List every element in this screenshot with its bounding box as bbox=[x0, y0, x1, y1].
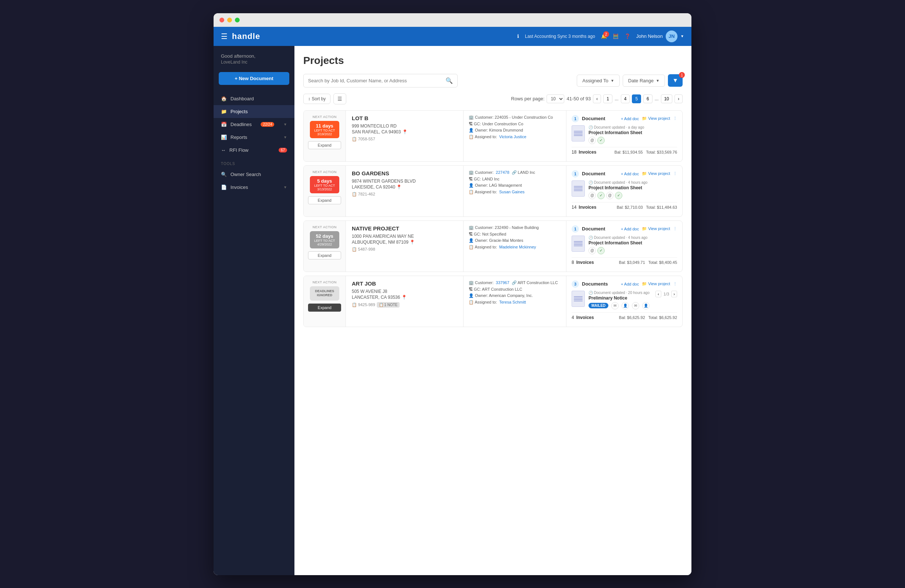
next-page-button[interactable]: › bbox=[675, 94, 683, 103]
doc-item-art-job: 🕐 Document updated · 20 hours ago Prelim… bbox=[572, 291, 677, 309]
next-action-label: NEXT ACTION bbox=[313, 281, 337, 284]
page-5-button[interactable]: 5 bbox=[632, 94, 641, 103]
close-button[interactable] bbox=[219, 17, 224, 22]
search-box[interactable]: 🔍 bbox=[303, 74, 458, 87]
page-4-button[interactable]: 4 bbox=[621, 94, 630, 103]
project-info-bo-gardens: BO GARDENS 9874 WINTER GARDENS BLVD LAKE… bbox=[346, 166, 464, 216]
list-view-button[interactable]: ☰ bbox=[333, 94, 346, 105]
more-options-native[interactable]: ⋮ bbox=[673, 227, 677, 231]
email-tag: @ bbox=[589, 137, 596, 144]
hamburger-icon[interactable]: ☰ bbox=[221, 32, 227, 41]
calculator-icon[interactable]: 🧮 bbox=[613, 33, 619, 39]
filter-badge: 1 bbox=[679, 72, 685, 78]
user-menu[interactable]: John Nelson JN ▼ bbox=[636, 30, 684, 42]
doc-prev-button[interactable]: ‹ bbox=[656, 291, 661, 297]
project-action-art-job: NEXT ACTION DEADLINESIGNORED Expand bbox=[303, 276, 346, 327]
sidebar-label-reports: Reports bbox=[230, 135, 248, 140]
doc-header-art-job: 3 Documents + Add doc 📁 View project ⋮ bbox=[572, 281, 677, 288]
owner-art-job: 👤 Owner: American Company, Inc. bbox=[469, 293, 561, 298]
user-name: John Nelson bbox=[636, 33, 663, 39]
doc-updated-lot-b: 🕐 Document updated · a day ago bbox=[589, 125, 677, 129]
project-details-native: 🏢 Customer: 232490 - Native Building 🏗 G… bbox=[464, 221, 567, 272]
assigned-art-job: 📋 Assigned to: Teresa Schmitt bbox=[469, 300, 561, 305]
sidebar-item-rfi-flow[interactable]: ↔ RFI Flow 67 bbox=[214, 144, 294, 157]
project-id-bo-gardens: 📋 7821-462 bbox=[352, 192, 457, 197]
more-options-art[interactable]: ⋮ bbox=[673, 282, 677, 286]
doc-thumbnail-lot-b bbox=[572, 125, 585, 141]
doc-item-bo-gardens: 🕐 Document updated · 4 hours ago Project… bbox=[572, 181, 677, 199]
note-badge-art-job: 📋 1 NOTE bbox=[377, 302, 400, 307]
assigned-to-dropdown[interactable]: Assigned To ▼ bbox=[577, 74, 620, 87]
project-details-art-job: 🏢 Customer: 337967 🔗 ART Construction LL… bbox=[464, 276, 567, 327]
project-action-native: NEXT ACTION 52 days LEFT TO ACT 4/29/202… bbox=[303, 221, 346, 272]
sync-status: Last Accounting Sync 3 months ago bbox=[525, 34, 595, 39]
expand-button-lot-b[interactable]: Expand bbox=[308, 141, 341, 149]
sidebar-item-deadlines[interactable]: 📅 Deadlines 22/24 ▼ bbox=[214, 118, 294, 131]
add-doc-button-bo[interactable]: + Add doc bbox=[621, 172, 639, 176]
inv-row-art-job: 4 Invoices Bal: $6,625.92 Total: $6,625.… bbox=[572, 312, 677, 322]
doc-actions-native: + Add doc 📁 View project ⋮ bbox=[621, 227, 677, 231]
titlebar bbox=[214, 13, 691, 27]
add-doc-button-lot-b[interactable]: + Add doc bbox=[621, 116, 639, 121]
project-city-bo-gardens: LAKESIDE, CA 92040 📍 bbox=[352, 184, 457, 190]
assigned-link-art-job[interactable]: Teresa Schmitt bbox=[499, 300, 526, 304]
assigned-link-bo-gardens[interactable]: Susan Gaines bbox=[499, 190, 524, 194]
inv-total-bo: Bal: $2,710.03 Total: $11,484.63 bbox=[617, 205, 677, 209]
doc-content-lot-b: 🕐 Document updated · a day ago Project I… bbox=[589, 125, 677, 144]
project-name-art-job: ART JOB bbox=[352, 281, 457, 287]
new-document-button[interactable]: + New Document bbox=[219, 72, 289, 85]
rows-per-page-select[interactable]: 10 25 50 bbox=[546, 94, 564, 103]
content-area: Projects 🔍 Assigned To ▼ Date Range ▼ bbox=[294, 46, 691, 575]
sidebar-item-reports[interactable]: 📊 Reports ▼ bbox=[214, 131, 294, 144]
owner-search-icon: 🔍 bbox=[221, 172, 227, 177]
topbar: ☰ handle ℹ Last Accounting Sync 3 months… bbox=[214, 27, 691, 46]
date-range-dropdown[interactable]: Date Range ▼ bbox=[623, 74, 665, 87]
inv-row-bo-gardens: 14 Invoices Bal: $2,710.03 Total: $11,48… bbox=[572, 202, 677, 212]
doc-nav-art: ‹ 1/3 › bbox=[656, 291, 677, 297]
view-project-button-native[interactable]: 📁 View project bbox=[642, 227, 670, 231]
info-icon: ℹ bbox=[517, 33, 519, 39]
doc-next-button[interactable]: › bbox=[671, 291, 677, 297]
project-name-bo-gardens: BO GARDENS bbox=[352, 170, 457, 176]
sidebar-item-owner-search[interactable]: 🔍 Owner Search bbox=[214, 168, 294, 181]
sidebar-item-projects[interactable]: 📁 Projects bbox=[214, 105, 294, 118]
gc-native: 🏗 GC: Not Specified bbox=[469, 232, 561, 236]
expand-button-art-job[interactable]: Expand bbox=[308, 304, 341, 312]
search-input[interactable] bbox=[308, 78, 443, 83]
more-options-bo[interactable]: ⋮ bbox=[673, 171, 677, 176]
rfi-icon: ↔ bbox=[221, 147, 226, 153]
days-badge-native: 52 days LEFT TO ACT 4/29/2022 bbox=[310, 231, 339, 249]
owner-bo-gardens: 👤 Owner: LAG Management bbox=[469, 183, 561, 188]
rfi-badge: 67 bbox=[279, 148, 287, 152]
check-tag-1: ✓ bbox=[597, 192, 605, 199]
view-project-button-bo[interactable]: 📁 View project bbox=[642, 171, 670, 176]
notification-button[interactable]: 🔔 2 bbox=[601, 33, 607, 39]
project-name-native: NATIVE PROJECT bbox=[352, 225, 457, 231]
page-6-button[interactable]: 6 bbox=[643, 94, 653, 103]
page-1-button[interactable]: 1 bbox=[603, 94, 613, 103]
greeting-section: Good afternoon, LoveLand Inc bbox=[214, 53, 294, 72]
filter-button[interactable]: ▼ 1 bbox=[668, 74, 683, 87]
assigned-link-lot-b[interactable]: Victoria Justice bbox=[499, 135, 526, 139]
more-options-lot-b[interactable]: ⋮ bbox=[673, 116, 677, 121]
expand-button-native[interactable]: Expand bbox=[308, 251, 341, 260]
project-city-lot-b: SAN RAFAEL, CA 94903 📍 bbox=[352, 129, 457, 135]
help-icon[interactable]: ❓ bbox=[624, 33, 630, 39]
deadlines-icon: 📅 bbox=[221, 122, 227, 127]
doc-thumbnail-native bbox=[572, 236, 585, 252]
view-project-button-art[interactable]: 📁 View project bbox=[642, 282, 670, 286]
add-doc-button-native[interactable]: + Add doc bbox=[621, 227, 639, 231]
prev-page-button[interactable]: ‹ bbox=[593, 94, 601, 103]
avatar: JN bbox=[666, 30, 678, 42]
minimize-button[interactable] bbox=[227, 17, 232, 22]
sort-button[interactable]: ↕ Sort by bbox=[303, 94, 330, 104]
page-10-button[interactable]: 10 bbox=[661, 94, 672, 103]
assigned-link-native[interactable]: Madeleine Mckinney bbox=[499, 245, 536, 249]
inv-row-lot-b: 18 Invoices Bal: $11,934.55 Total: $33,5… bbox=[572, 147, 677, 157]
maximize-button[interactable] bbox=[235, 17, 240, 22]
add-doc-button-art[interactable]: + Add doc bbox=[621, 282, 639, 286]
sidebar-item-invoices[interactable]: 📄 Invoices ▼ bbox=[214, 181, 294, 194]
view-project-button-lot-b[interactable]: 📁 View project bbox=[642, 116, 670, 121]
expand-button-bo-gardens[interactable]: Expand bbox=[308, 196, 341, 204]
sidebar-item-dashboard[interactable]: 🏠 Dashboard bbox=[214, 92, 294, 105]
